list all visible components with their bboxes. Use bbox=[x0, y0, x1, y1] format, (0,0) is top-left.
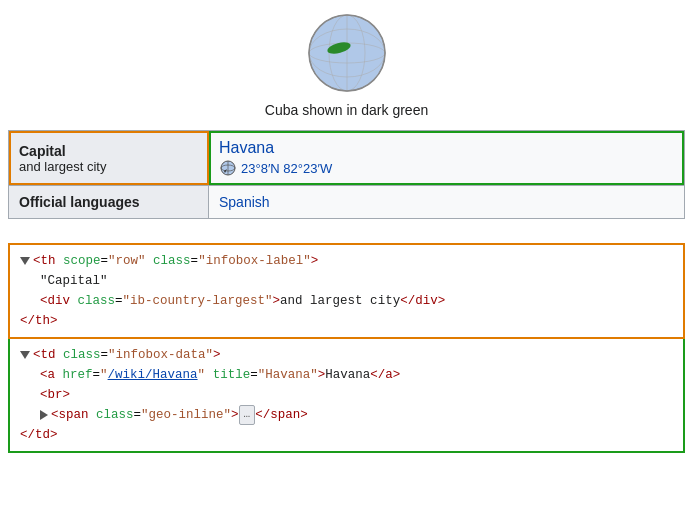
collapsed-icon[interactable] bbox=[40, 410, 48, 420]
code-line-3: <div class="ib-country-largest">and larg… bbox=[20, 291, 673, 311]
code-line-g2: <a href="/wiki/Havana" title="Havana">Ha… bbox=[20, 365, 673, 385]
havana-coords: 23°8′N 82°23′W bbox=[241, 161, 332, 176]
ellipsis-badge[interactable]: … bbox=[239, 405, 256, 425]
languages-row: Official languages Spanish bbox=[9, 185, 684, 218]
languages-label: Official languages bbox=[9, 186, 209, 218]
infobox-container: Capital and largest city Havana bbox=[0, 130, 693, 219]
capital-sub-label: and largest city bbox=[19, 159, 198, 174]
globe-image bbox=[282, 8, 412, 98]
globe-svg bbox=[287, 13, 407, 93]
capital-label: Capital and largest city bbox=[9, 131, 209, 185]
capital-row: Capital and largest city Havana bbox=[9, 131, 684, 185]
code-line-2: "Capital" bbox=[20, 271, 673, 291]
code-line-g4: <span class="geo-inline">…</span> bbox=[20, 405, 673, 425]
geo-globe-icon bbox=[219, 159, 237, 177]
code-line-g5: </td> bbox=[20, 425, 673, 445]
code-line-1: <th scope="row" class="infobox-label"> bbox=[20, 251, 673, 271]
page-wrapper: Cuba shown in dark green Capital and lar… bbox=[0, 0, 693, 461]
code-block-orange: <th scope="row" class="infobox-label"> "… bbox=[8, 243, 685, 339]
code-line-g3: <br> bbox=[20, 385, 673, 405]
expand-icon-green[interactable] bbox=[20, 351, 30, 359]
havana-link[interactable]: Havana bbox=[219, 139, 674, 157]
globe-section: Cuba shown in dark green bbox=[0, 0, 693, 130]
languages-data: Spanish bbox=[209, 186, 684, 218]
globe-caption: Cuba shown in dark green bbox=[265, 102, 428, 118]
code-line-g1: <td class="infobox-data"> bbox=[20, 345, 673, 365]
code-block-green: <td class="infobox-data"> <a href="/wiki… bbox=[8, 339, 685, 453]
infobox-table: Capital and largest city Havana bbox=[8, 130, 685, 219]
expand-icon-orange[interactable] bbox=[20, 257, 30, 265]
capital-label-text: Capital bbox=[19, 143, 198, 159]
section-divider bbox=[0, 219, 693, 239]
spanish-link[interactable]: Spanish bbox=[219, 194, 674, 210]
languages-label-text: Official languages bbox=[19, 194, 198, 210]
capital-data: Havana 23°8′N 82°23′W bbox=[209, 131, 684, 185]
code-line-4: </th> bbox=[20, 311, 673, 331]
geo-coords: 23°8′N 82°23′W bbox=[219, 159, 674, 177]
code-section: <th scope="row" class="infobox-label"> "… bbox=[0, 239, 693, 461]
